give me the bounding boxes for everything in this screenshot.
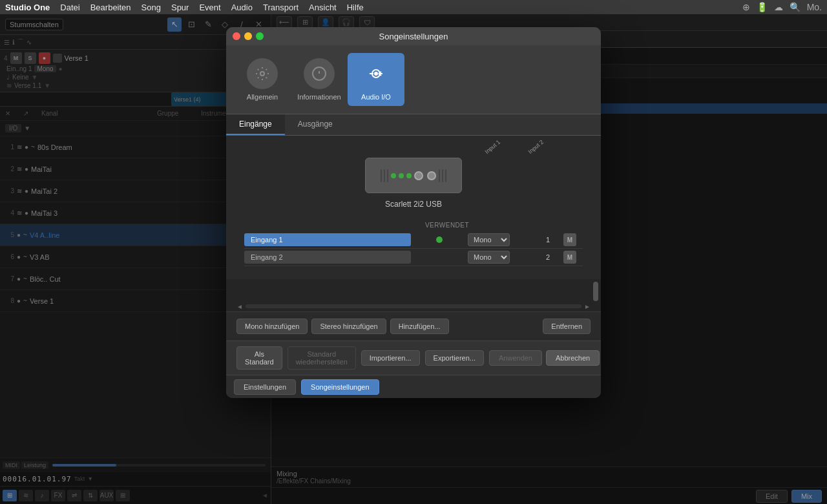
allgemein-icon	[247, 58, 278, 89]
modal-close-button[interactable]	[233, 32, 240, 40]
h-scrollbar: ◄ ►	[236, 304, 591, 309]
eingang1-button[interactable]: Eingang 1	[244, 233, 411, 246]
scroll-area: ◄ ►	[226, 279, 601, 311]
v-scrollbar-thumb[interactable]	[593, 282, 598, 301]
h-scroll-track	[246, 304, 581, 308]
menu-mo: Mo.	[807, 2, 822, 12]
eingang2-button[interactable]: Eingang 2	[244, 251, 411, 264]
modal-title: Songeinstellungen	[379, 32, 448, 41]
apply-button: Anwenden	[489, 350, 542, 366]
menu-audio[interactable]: Audio	[231, 3, 253, 12]
device-vent-right	[439, 169, 446, 182]
modal-input-tabs: Eingänge Ausgänge	[226, 114, 601, 136]
modal-tab-ausgaenge[interactable]: Ausgänge	[285, 114, 346, 135]
device-knobs	[414, 171, 436, 180]
input2-m-button[interactable]: M	[563, 251, 576, 264]
allgemein-label: Allgemein	[247, 93, 278, 101]
modal-tab-eingaenge[interactable]: Eingänge	[226, 114, 285, 135]
device-graphic	[365, 158, 462, 193]
device-area: Input 1 Input 2	[226, 136, 601, 279]
default-button[interactable]: Als Standard	[236, 346, 282, 370]
einstellungen-button[interactable]: Einstellungen	[234, 379, 296, 395]
menu-hilfe[interactable]: Hilfe	[347, 3, 364, 12]
input-labels-row: Input 1 Input 2	[239, 149, 588, 155]
modal-minimize-button[interactable]	[244, 32, 252, 40]
device-wrapper: Input 1 Input 2	[239, 149, 588, 219]
knob-2	[427, 171, 436, 180]
mono-add-button[interactable]: Mono hinzufügen	[236, 319, 308, 334]
informationen-label: Informationen	[297, 93, 340, 101]
knob-1	[414, 171, 423, 180]
input2-type-cell: Mono Stereo	[468, 251, 532, 264]
menu-ansicht[interactable]: Ansicht	[309, 3, 337, 12]
input1-used-dot	[436, 236, 443, 243]
menu-bar: Studio One Datei Bearbeiten Song Spur Ev…	[0, 0, 827, 14]
input1-used-cell	[414, 236, 465, 243]
device-light-2	[399, 173, 404, 178]
input-table-header: Verwendet	[244, 219, 583, 231]
device-vent-left	[381, 169, 388, 182]
menu-transport[interactable]: Transport	[263, 3, 298, 12]
input1-m-button[interactable]: M	[563, 233, 576, 246]
input1-type-select[interactable]: Mono Stereo	[468, 233, 510, 246]
restore-button: Standard wiederherstellen	[288, 346, 356, 370]
audio-io-icon	[361, 58, 392, 89]
modal-action-buttons: Anwenden Abbrechen OK	[489, 350, 601, 366]
input-row-2: Eingang 2 Mono Stereo 2 M	[244, 249, 583, 266]
add-button[interactable]: Hinzufügen...	[390, 319, 449, 334]
remove-button[interactable]: Entfernen	[543, 319, 591, 334]
input1-num-cell: 1	[535, 236, 561, 244]
audio-io-label: Audio I/O	[361, 93, 391, 101]
device-lights	[391, 173, 412, 178]
input2-label: Input 2	[527, 139, 545, 155]
h-scroll-left-arrow[interactable]: ◄	[236, 303, 243, 310]
wifi-icon: ☁	[774, 2, 783, 12]
songeinstellungen-button[interactable]: Songeinstellungen	[301, 379, 379, 395]
modal-icon-tabs: Allgemein Informationen	[226, 45, 601, 114]
input1-label: Input 1	[484, 139, 502, 155]
device-light-3	[406, 173, 412, 178]
input2-name-cell: Eingang 2	[244, 251, 411, 264]
informationen-icon	[304, 58, 335, 89]
modal-bottom-bar: Als Standard Standard wiederherstellen I…	[226, 341, 601, 375]
svg-point-0	[260, 72, 264, 76]
input2-m-cell: M	[563, 251, 583, 264]
device-light-1	[391, 173, 396, 178]
svg-point-5	[374, 72, 378, 76]
menu-datei[interactable]: Datei	[60, 3, 79, 12]
cancel-button[interactable]: Abbrechen	[546, 350, 600, 366]
modal-titlebar: Songeinstellungen	[226, 27, 601, 45]
modal-maximize-button[interactable]	[256, 32, 264, 40]
modal-tab-informationen[interactable]: Informationen	[291, 53, 348, 106]
menu-bearbeiten[interactable]: Bearbeiten	[90, 3, 131, 12]
bluetooth-icon: ⊕	[742, 2, 750, 12]
modal-window-controls	[233, 32, 264, 40]
input-table-header-row: Verwendet Eingang 1	[239, 219, 588, 266]
menu-spur[interactable]: Spur	[171, 3, 189, 12]
used-header: Verwendet	[421, 222, 473, 229]
search-icon[interactable]: 🔍	[790, 2, 801, 12]
input1-type-cell: Mono Stereo	[468, 233, 532, 246]
menu-song[interactable]: Song	[141, 3, 161, 12]
battery-icon: 🔋	[757, 2, 768, 12]
main-layout: Stummschalten ↖ ⊡ ✎ ◇ / ✕ ☰ ℹ ⌒ ∿	[0, 14, 827, 504]
stereo-add-button[interactable]: Stereo hinzufügen	[311, 319, 386, 334]
input1-name-cell: Eingang 1	[244, 233, 411, 246]
modal-body: Eingänge Ausgänge Input 1 Input 2	[226, 114, 601, 398]
input2-num-cell: 2	[535, 253, 561, 261]
import-button[interactable]: Importieren...	[361, 350, 420, 366]
modal-tab-allgemein[interactable]: Allgemein	[234, 53, 291, 106]
input2-type-select[interactable]: Mono Stereo	[468, 251, 510, 264]
h-scroll-right-arrow[interactable]: ►	[584, 303, 591, 310]
song-settings-modal: Songeinstellungen Allgemein	[226, 27, 601, 398]
menu-event[interactable]: Event	[199, 3, 220, 12]
modal-overlay: Songeinstellungen Allgemein	[0, 14, 827, 504]
modal-footer: Einstellungen Songeinstellungen	[226, 375, 601, 398]
modal-add-buttons: Mono hinzufügen Stereo hinzufügen Hinzuf…	[226, 311, 601, 341]
modal-tab-audio-io[interactable]: Audio I/O	[348, 53, 404, 106]
export-button[interactable]: Exportieren...	[425, 350, 484, 366]
app-name: Studio One	[5, 3, 50, 12]
device-name: Scarlett 2i2 USB	[385, 200, 442, 209]
input-row-1: Eingang 1 Mono Stereo 1	[244, 231, 583, 249]
input1-m-cell: M	[563, 233, 583, 246]
